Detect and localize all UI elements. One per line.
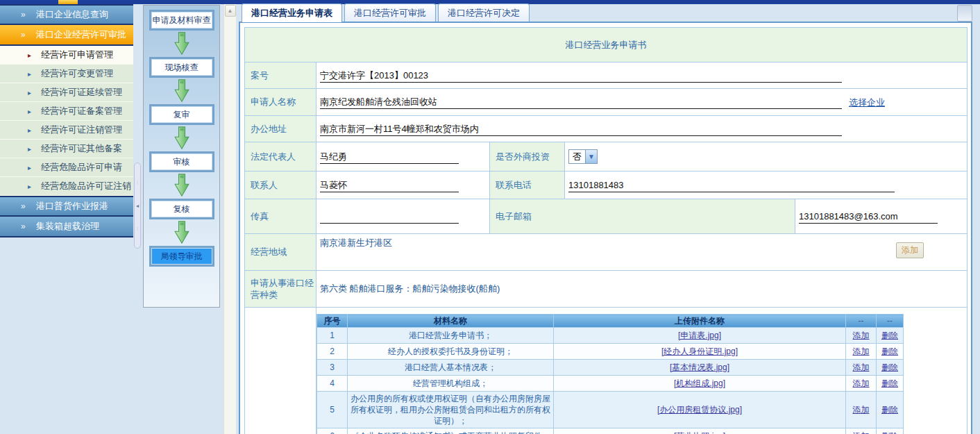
grip-dots-icon: ⋮ <box>135 181 140 185</box>
workflow-step-review[interactable]: 复核 <box>149 199 214 219</box>
submenu-item-license-apply[interactable]: ▸经营许可申请管理 <box>0 46 133 65</box>
attachment-file-link[interactable]: [基本情况表.jpg] <box>670 362 729 372</box>
business-type-value: 第六类 船舶港口服务：船舶污染物接收(船舶) <box>320 283 500 294</box>
email-label: 电子邮箱 <box>490 199 795 234</box>
delete-attachment-link[interactable]: 删除 <box>881 405 898 415</box>
menu-arrow-icon: » <box>21 222 31 231</box>
attachments-header-row: 序号 材料名称 上传附件名称 -- -- <box>317 315 904 328</box>
submenu-item-label: 经营许可证其他备案 <box>41 142 122 155</box>
region-value: 南京港新生圩港区 <box>320 237 392 248</box>
attachment-file-link[interactable]: [办公用房租赁协议.jpg] <box>657 405 742 415</box>
delete-attachment-link[interactable]: 删除 <box>881 362 898 372</box>
sidebar-item-cargo-report[interactable]: » 港口普货作业报港 <box>0 196 133 217</box>
business-type-label: 申请从事港口经营种类 <box>245 271 316 308</box>
email-input[interactable]: 13101881483@163.com <box>799 210 938 224</box>
delete-attachment-link[interactable]: 删除 <box>881 378 898 388</box>
main-area: 港口经营业务申请表 港口经营许可审批 港口经营许可决定 港口经营业务申请书 案号… <box>239 3 974 434</box>
material-name: 经营管理机构组成； <box>348 376 554 392</box>
submenu-item-label: 经营许可证延续管理 <box>41 86 122 99</box>
material-name: 《企业名称预先核准通知书》或工商营业执照复印件； <box>348 428 554 434</box>
fax-label: 传真 <box>245 199 316 234</box>
down-arrow-icon <box>174 221 190 244</box>
table-row: 5 办公用房的所有权或使用权证明（自有办公用房附房屋所有权证明，租用办公房附租赁… <box>317 392 904 428</box>
office-address-input[interactable]: 南京市新河一村11号4幢郑和农贸市场内 <box>320 122 842 136</box>
submenu-arrow-icon: ▸ <box>28 164 36 172</box>
submenu-item-label: 经营许可证注销管理 <box>41 124 122 136</box>
foreign-invest-label: 是否外商投资 <box>490 142 565 172</box>
attachment-file-link[interactable]: [机构组成.jpg] <box>674 378 725 388</box>
phone-input[interactable]: 13101881483 <box>568 178 895 192</box>
panel-splitter[interactable]: ⋮ ◂ ⋮ <box>134 162 141 249</box>
material-name: 办公用房的所有权或使用权证明（自有办公用房附房屋所有权证明，租用办公房附租赁合同… <box>348 392 554 428</box>
attachment-file-link[interactable]: [营业执照.jpg] <box>674 431 725 434</box>
menu-arrow-icon: » <box>21 30 31 40</box>
select-enterprise-link[interactable]: 选择企业 <box>849 97 885 108</box>
dropdown-arrow-icon: ▼ <box>585 150 597 163</box>
legal-rep-input[interactable]: 马纪勇 <box>320 150 459 164</box>
row-no: 3 <box>317 360 348 376</box>
workflow-step-site-check[interactable]: 现场核查 <box>149 57 214 78</box>
phone-label: 联系电话 <box>490 172 565 199</box>
region-label: 经营地域 <box>245 234 316 271</box>
workflow-step-material-review[interactable]: 申请及材料审查 <box>149 10 214 31</box>
sidebar-item-label: 港口企业经营许可审批 <box>36 28 126 41</box>
foreign-investment-select[interactable]: 否▼ <box>568 149 598 164</box>
submenu-item-license-change[interactable]: ▸经营许可变更管理 <box>0 65 133 83</box>
fax-input[interactable] <box>320 210 459 224</box>
submenu-item-label: 经营许可申请管理 <box>41 49 113 61</box>
add-attachment-link[interactable]: 添加 <box>853 431 870 434</box>
col-material-header: 材料名称 <box>348 315 554 328</box>
sidebar-item-license-approval[interactable]: » 港口企业经营许可审批 <box>0 25 133 46</box>
office-address-label: 办公地址 <box>245 116 316 142</box>
sidebar-item-label: 港口普货作业报港 <box>36 200 108 212</box>
submenu-item-license-record[interactable]: ▸经营许可证备案管理 <box>0 102 133 121</box>
submenu-item-license-cancel[interactable]: ▸经营许可证注销管理 <box>0 121 133 140</box>
sidebar-item-container-control[interactable]: » 集装箱超载治理 <box>0 217 133 237</box>
submenu-arrow-icon: ▸ <box>28 126 36 134</box>
col-no-header: 序号 <box>317 315 348 328</box>
workflow-step-audit[interactable]: 审核 <box>149 151 214 172</box>
submenu-item-danger-apply[interactable]: ▸经营危险品许可申请 <box>0 158 133 177</box>
menu-arrow-icon: » <box>21 10 31 19</box>
add-attachment-link[interactable]: 添加 <box>853 331 870 340</box>
material-name: 经办人的授权委托书及身份证明； <box>348 344 554 360</box>
delete-attachment-link[interactable]: 删除 <box>881 347 898 356</box>
applicant-label: 申请人名称 <box>245 89 316 116</box>
submenu-item-danger-cancel[interactable]: ▸经营危险品许可证注销 <box>0 177 133 196</box>
row-no: 4 <box>317 376 348 392</box>
contact-input[interactable]: 马菱怀 <box>320 178 459 192</box>
add-attachment-link[interactable]: 添加 <box>853 378 870 388</box>
delete-attachment-link[interactable]: 删除 <box>881 331 898 340</box>
col-add-header: -- <box>846 315 877 328</box>
table-row: 4 经营管理机构组成； [机构组成.jpg] 添加 删除 <box>317 376 904 392</box>
case-no-input[interactable]: 宁交港许字【2013】00123 <box>320 69 842 83</box>
add-attachment-link[interactable]: 添加 <box>853 405 870 415</box>
delete-attachment-link[interactable]: 删除 <box>881 431 898 434</box>
submenu-arrow-icon: ▸ <box>28 89 36 97</box>
row-no: 1 <box>317 328 348 344</box>
submenu-item-license-other[interactable]: ▸经营许可证其他备案 <box>0 140 133 158</box>
attachment-file-link[interactable]: [申请表.jpg] <box>678 331 721 340</box>
scroll-up-icon[interactable]: ▲ <box>225 5 236 17</box>
submenu-arrow-icon: ▸ <box>28 51 36 59</box>
vertical-scrollbar[interactable]: ▲ <box>223 4 236 434</box>
sidebar-item-info-query[interactable]: » 港口企业信息查询 <box>0 4 133 25</box>
workflow-step-director-approval[interactable]: 局领导审批 <box>149 246 214 267</box>
add-attachment-link[interactable]: 添加 <box>853 347 870 356</box>
attachment-file-link[interactable]: [经办人身份证明.jpg] <box>661 347 738 356</box>
add-attachment-link[interactable]: 添加 <box>853 362 870 372</box>
submenu-item-license-renewal[interactable]: ▸经营许可证延续管理 <box>0 83 133 102</box>
sidebar-item-label: 集装箱超载治理 <box>36 220 99 233</box>
table-row: 2 经办人的授权委托书及身份证明； [经办人身份证明.jpg] 添加 删除 <box>317 344 904 360</box>
material-name: 港口经营业务申请书； <box>348 328 554 344</box>
tab-license-approval[interactable]: 港口经营许可审批 <box>344 3 436 22</box>
region-add-button[interactable]: 添加 <box>896 242 924 258</box>
down-arrow-icon <box>174 126 190 150</box>
table-row: 1 港口经营业务申请书； [申请表.jpg] 添加 删除 <box>317 328 904 344</box>
tab-application-form[interactable]: 港口经营业务申请表 <box>242 3 342 22</box>
applicant-input[interactable]: 南京纪发船舶清仓残油回收站 <box>320 95 842 109</box>
workflow-step-recheck[interactable]: 复审 <box>149 104 214 125</box>
tab-license-decision[interactable]: 港口经营许可决定 <box>438 3 530 22</box>
legal-rep-label: 法定代表人 <box>245 142 316 172</box>
submenu-item-label: 经营危险品许可申请 <box>41 161 122 174</box>
